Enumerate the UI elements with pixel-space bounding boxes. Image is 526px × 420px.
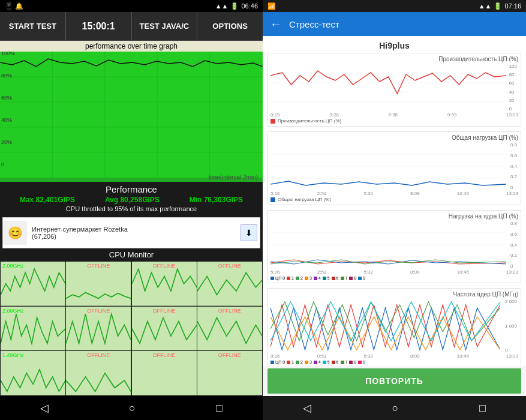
time-left: 06:46	[241, 2, 258, 10]
status-bar-left: 📱 🔔 ▲▲ 🔋 06:46	[0, 0, 263, 12]
perf-min: Min 76,303GIPS	[190, 196, 243, 204]
chart-cpu-core-load: Нагрузка на ядра ЦП (%) 0.8 0.6 0.4 0.2 …	[267, 210, 521, 283]
cpu-core-11: OFFLINE	[197, 351, 262, 395]
performance-title: Performance	[5, 184, 258, 194]
chart-cpu-perf: Производительность ЦП (%) 100 80 60 40 2…	[267, 53, 521, 127]
cpu-core-5: OFFLINE	[66, 307, 131, 351]
chart-cpu-load: Общая нагрузка ЦП (%) 0.8 0.6 0.4 0.2 0	[267, 131, 521, 205]
perf-stats: Performance Max 82,401GIPS Avg 80,258GIP…	[0, 182, 263, 217]
chart-cpu-load-legend: Общая нагрузка ЦП (%)	[270, 197, 518, 202]
status-icons-right: 📶	[267, 2, 276, 10]
chart-cpu-perf-title: Производительность ЦП (%)	[270, 56, 518, 62]
stress-header-title: Стресс-тест	[289, 19, 339, 29]
nav-recent-left[interactable]: □	[216, 402, 223, 415]
cpu-core-1: OFFLINE	[66, 262, 131, 306]
signal-icon-left: ▲▲	[215, 2, 229, 10]
graph-y-labels: 100% 80% 60% 40% 20% 0	[0, 50, 16, 167]
stress-header: ← Стресс-тест	[263, 12, 526, 36]
chart-cpu-perf-legend: Производительность ЦП (%)	[270, 118, 518, 124]
nav-back-right[interactable]: ◁	[303, 401, 311, 415]
timer-display: 15:00:1	[66, 12, 132, 40]
nav-back-left[interactable]: ◁	[40, 401, 49, 415]
right-panel: 📶 ▲▲ 🔋 07:16 ← Стресс-тест Hi9plus Произ…	[263, 0, 526, 420]
status-bar-right: 📶 ▲▲ 🔋 07:16	[263, 0, 526, 12]
battery-icon-right: 🔋	[494, 2, 502, 10]
cpu-core-8: 1.49GHz	[1, 351, 65, 395]
cpu-monitor-title: CPU Monitor	[0, 248, 263, 261]
options-button[interactable]: OPTIONS	[197, 12, 263, 40]
device-title: Hi9plus	[267, 41, 521, 50]
time-right: 07:16	[504, 2, 521, 10]
ad-icon: 😊	[3, 221, 27, 245]
back-button[interactable]: ←	[270, 17, 282, 31]
start-test-button[interactable]: START TEST	[0, 12, 66, 40]
charts-container[interactable]: Hi9plus Производительность ЦП (%) 100 80…	[263, 36, 526, 366]
left-panel: 📱 🔔 ▲▲ 🔋 06:46 START TEST 15:00:1 TEST J…	[0, 0, 263, 420]
perf-numbers: Max 82,401GIPS Avg 80,258GIPS Min 76,303…	[5, 196, 258, 204]
chart-cpu-core-load-legend: ЦП 0 1 2 3 4 5 6 7 8 9	[270, 276, 518, 280]
cpu-core-9: OFFLINE	[66, 351, 131, 395]
chart-cpu-load-area: 0.8 0.6 0.4 0.2 0	[270, 142, 518, 190]
nav-home-right[interactable]: ○	[392, 402, 399, 415]
throttle-text: CPU throttled to 95% of its max performa…	[5, 205, 258, 212]
nav-recent-right[interactable]: □	[479, 402, 486, 415]
graph-title: performance over time graph	[0, 41, 263, 52]
chart-cpu-freq-legend: ЦП 0 1 2 3 4 5 6 7 8 9	[270, 360, 518, 364]
repeat-button[interactable]: ПОВТОРИТЬ	[267, 368, 521, 394]
chart-cpu-perf-xlabels: 0:19 3:28 6:38 9:53 13:03	[270, 112, 518, 118]
toolbar: START TEST 15:00:1 TEST JAVA/C OPTIONS	[0, 12, 263, 41]
performance-graph-container: performance over time graph 100% 80% 60%…	[0, 41, 263, 182]
chart-cpu-load-xlabels: 5:16 2:51 5:32 8:09 10:46 13:23	[270, 191, 518, 196]
cpu-core-4: 2.00GHz	[1, 307, 65, 351]
chart-cpu-core-load-area: 0.8 0.6 0.4 0.2 0	[270, 221, 518, 269]
chart-cpu-freq-xlabels: 0:16 0:51 5:32 8:09 10:46 13:23	[270, 353, 518, 359]
chart-cpu-core-load-title: Нагрузка на ядра ЦП (%)	[270, 213, 518, 220]
bottom-nav-left: ◁ ○ □	[0, 396, 263, 420]
cpu-core-6: OFFLINE	[132, 307, 197, 351]
ad-text: Интернет-супермаркет Rozetka (67,206)	[32, 226, 241, 240]
cpu-core-7: OFFLINE	[197, 307, 262, 351]
perf-graph-svg	[0, 52, 263, 178]
nav-home-left[interactable]: ○	[129, 402, 136, 415]
signal-icon-right: ▲▲	[479, 2, 492, 10]
perf-max: Max 82,401GIPS	[20, 196, 75, 204]
battery-icon-left: 🔋	[230, 2, 239, 10]
svg-rect-0	[0, 52, 263, 178]
ad-download-icon[interactable]: ⬇	[241, 224, 257, 241]
chart-cpu-freq-title: Частота ядер ЦП (МГц)	[270, 291, 518, 298]
legend-dot-cpu-load	[270, 197, 275, 202]
cpu-core-2: OFFLINE	[132, 262, 197, 306]
chart-cpu-core-load-xlabels: 5:16 2:51 5:32 8:09 10:46 13:23	[270, 269, 518, 275]
cpu-grid: 2.00GHz OFFLINE OFFLINE OFFLINE	[0, 261, 263, 396]
cpu-core-10: OFFLINE	[132, 351, 197, 395]
chart-cpu-freq: Частота ядер ЦП (МГц) 2 000 1 000 0	[267, 288, 521, 366]
chart-cpu-load-title: Общая нагрузка ЦП (%)	[270, 134, 518, 141]
svg-rect-21	[270, 64, 506, 112]
ad-banner[interactable]: 😊 Интернет-супермаркет Rozetka (67,206) …	[2, 217, 260, 248]
status-icons-left: 📱 🔔	[5, 2, 23, 10]
graph-time-label: time(interval 2min)	[209, 174, 258, 181]
test-mode-button[interactable]: TEST JAVA/C	[132, 12, 198, 40]
perf-avg: Avg 80,258GIPS	[105, 196, 160, 204]
chart-cpu-freq-area: 2 000 1 000 0	[270, 299, 518, 353]
bottom-nav-right: ◁ ○ □	[263, 396, 526, 420]
cpu-core-0: 2.00GHz	[1, 262, 65, 306]
chart-cpu-perf-area: 100 80 60 40 20 0	[270, 64, 518, 112]
legend-dot-cpu-perf	[270, 119, 275, 124]
cpu-core-3: OFFLINE	[197, 262, 262, 306]
